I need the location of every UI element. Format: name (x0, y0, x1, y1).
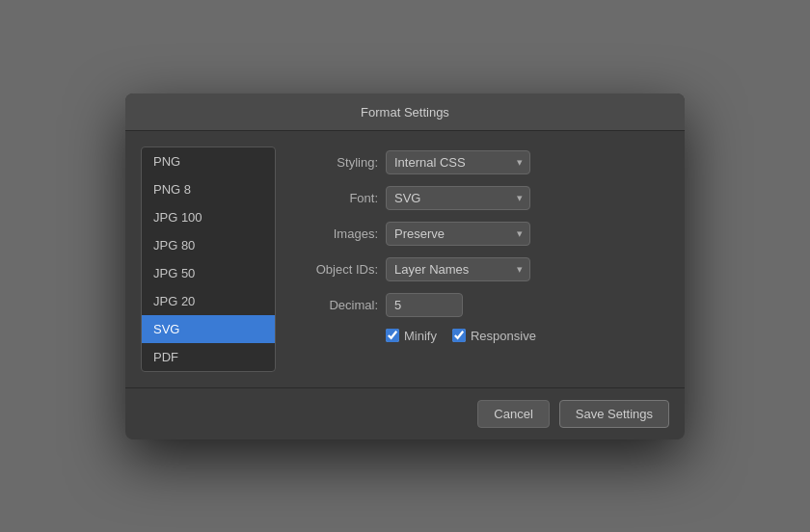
object-ids-select[interactable]: Layer Names (386, 257, 530, 281)
responsive-label: Responsive (471, 329, 536, 343)
minify-checkbox-label[interactable]: Minify (386, 329, 437, 343)
object-ids-row: Object IDs: Layer Names (291, 257, 669, 281)
minify-label: Minify (404, 329, 437, 343)
list-item-jpg80[interactable]: JPG 80 (142, 231, 275, 259)
styling-select-wrapper: Internal CSS (386, 150, 530, 174)
list-item-jpg50[interactable]: JPG 50 (142, 259, 275, 287)
minify-checkbox[interactable] (386, 329, 399, 342)
title-bar: Format Settings (125, 93, 685, 131)
format-list: PNG PNG 8 JPG 100 JPG 80 JPG 50 JPG 20 S… (141, 146, 276, 372)
font-select-wrapper: SVG (386, 186, 530, 210)
dialog-title: Format Settings (361, 105, 449, 120)
decimal-row: Decimal: (291, 293, 669, 317)
styling-row: Styling: Internal CSS (291, 150, 669, 174)
list-item-svg[interactable]: SVG (142, 315, 275, 343)
dialog-footer: Cancel Save Settings (125, 387, 685, 439)
images-row: Images: Preserve (291, 222, 669, 246)
decimal-input[interactable] (386, 293, 463, 317)
responsive-checkbox[interactable] (452, 329, 466, 342)
list-item-jpg100[interactable]: JPG 100 (142, 203, 275, 231)
list-item-jpg20[interactable]: JPG 20 (142, 287, 275, 315)
object-ids-label: Object IDs: (291, 262, 378, 277)
styling-select[interactable]: Internal CSS (386, 150, 530, 174)
responsive-checkbox-label[interactable]: Responsive (452, 329, 536, 343)
decimal-label: Decimal: (291, 298, 378, 312)
object-ids-select-wrapper: Layer Names (386, 257, 530, 281)
images-select[interactable]: Preserve (386, 222, 530, 246)
font-row: Font: SVG (291, 186, 669, 210)
settings-panel: Styling: Internal CSS Font: SVG Images: (291, 146, 669, 372)
styling-label: Styling: (291, 155, 378, 170)
list-item-png8[interactable]: PNG 8 (142, 175, 275, 203)
font-label: Font: (291, 191, 378, 205)
cancel-button[interactable]: Cancel (477, 400, 549, 428)
save-settings-button[interactable]: Save Settings (559, 400, 669, 428)
images-select-wrapper: Preserve (386, 222, 530, 246)
checkbox-row: Minify Responsive (291, 329, 669, 343)
font-select[interactable]: SVG (386, 186, 530, 210)
list-item-png[interactable]: PNG (142, 147, 275, 175)
format-settings-dialog: Format Settings PNG PNG 8 JPG 100 JPG 80… (125, 93, 685, 439)
list-item-pdf[interactable]: PDF (142, 343, 275, 371)
dialog-body: PNG PNG 8 JPG 100 JPG 80 JPG 50 JPG 20 S… (125, 131, 685, 387)
images-label: Images: (291, 226, 378, 241)
